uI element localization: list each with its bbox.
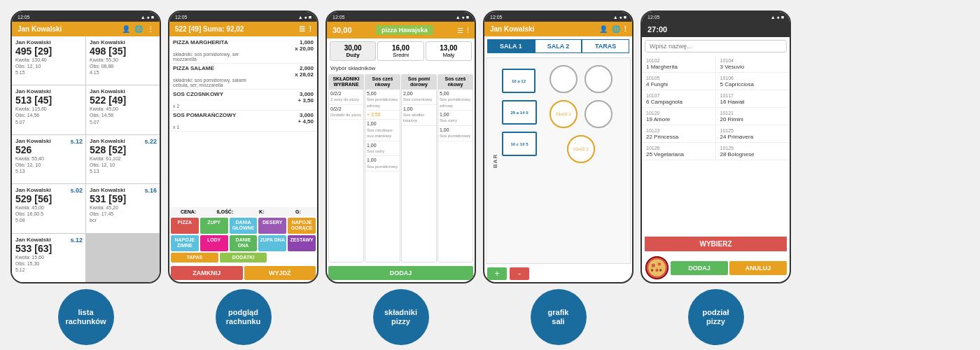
sala-tabs: SALA 1 SALA 2 TARAS xyxy=(484,36,632,56)
pizza-num: 10129 xyxy=(720,146,734,150)
skl-item[interactable]: 1,00Sos pomidorowy xyxy=(365,156,400,172)
menu-icon[interactable]: ⋮ xyxy=(147,25,154,33)
size-duzy[interactable]: 30,00 Duży xyxy=(330,41,376,61)
pizza-num: 10126 xyxy=(646,146,659,150)
skl-item[interactable]: 1,00Sos ostry xyxy=(438,111,472,126)
screen4-label: grafiksali xyxy=(531,289,587,345)
order-item[interactable]: SOS CZOSNKOWY 3,000+ 3,50 x 2 xyxy=(171,90,316,111)
skl-col-sos1: Sos cześ nkowy 5,00Sos pomidorowy zdrowy… xyxy=(365,74,400,262)
list2-icon[interactable]: ☰ xyxy=(457,27,463,34)
cat-dodatki[interactable]: DODATKI xyxy=(220,253,267,262)
cat-zestawy[interactable]: ZESTAWY xyxy=(288,235,316,251)
skl-item[interactable]: 5,00Sos pomidorowy zdrowy xyxy=(438,90,472,111)
globe-icon[interactable]: 🌐 xyxy=(134,25,143,33)
bill-card[interactable]: Jan Kowalski 531 [59] s.16 Kwota: 45,20O… xyxy=(86,184,160,232)
bill-card[interactable]: Jan Kowalski 513 [45] Kwota: 115,60Obs: … xyxy=(12,85,85,134)
tab-taras[interactable]: TARAS xyxy=(582,39,629,53)
table-circle-1[interactable] xyxy=(550,65,578,93)
tab-sala1[interactable]: SALA 1 xyxy=(487,39,535,53)
skl-item[interactable]: 1,00Sos pomidorowy xyxy=(438,126,472,141)
bill-card[interactable]: Jan Kowalski 526 s.12 Kwota: 55,40Obs: 1… xyxy=(12,135,85,183)
cat-zupy[interactable]: ZUPY xyxy=(200,218,228,234)
size-maly[interactable]: 13,00 Mały xyxy=(426,41,472,61)
pizza-list-cell[interactable]: 1012322 Princessa xyxy=(642,125,716,142)
user-icon[interactable]: 👤 xyxy=(122,25,130,33)
pizza-list-row: 1012625 Vegetariana 1012928 Bolognese xyxy=(642,143,790,160)
dodaj-button[interactable]: DODAJ xyxy=(328,266,473,280)
skl-item[interactable]: 1,00Sos ostry xyxy=(365,141,400,157)
globe2-icon[interactable]: 🌐 xyxy=(612,25,620,33)
excl-icon[interactable]: ! xyxy=(309,25,312,33)
skl-col-header: Sos pomi dorowy xyxy=(402,75,436,90)
table-circle-3[interactable]: 01o02 2 xyxy=(550,100,578,128)
pizza-icon xyxy=(645,255,669,280)
dodaj-button[interactable]: DODAJ xyxy=(671,261,728,275)
table-rect-1[interactable]: 10 a 12 xyxy=(502,69,536,93)
bill-card[interactable]: Jan Kowalski 522 [49] Kwota: 45,00Obs: 1… xyxy=(86,85,160,134)
table-circle-5[interactable]: 01o02 2 xyxy=(567,135,595,163)
cat-napoje-gorace[interactable]: NAPOJE GORĄCE xyxy=(288,218,316,234)
cat-tapas[interactable]: TAPAS xyxy=(171,253,218,262)
bill-card[interactable]: Jan Kowalski 495 [29] Kwota: 130,40Obs: … xyxy=(12,36,85,85)
bill-card[interactable]: Jan Kowalski 528 [52] s.22 Kwota: 61,102… xyxy=(86,135,160,183)
cat-napoje-zimne[interactable]: NAPOJE ZIMNE xyxy=(171,235,199,251)
size-sredni[interactable]: 16,00 Średni xyxy=(377,41,424,61)
bill-card[interactable]: Jan Kowalski 533 [63] s.12 Kwota: 15,60O… xyxy=(12,234,85,282)
bill-card[interactable]: Jan Kowalski 498 [35] Kwota: 55,30Obs: 0… xyxy=(86,36,160,85)
skl-item[interactable]: 0/2/22 sosy do pizzy xyxy=(329,90,363,105)
bill-card[interactable]: Jan Kowalski 529 [56] s.02 Kwota: 45,00O… xyxy=(12,184,85,232)
list-icon[interactable]: ☰ xyxy=(299,25,305,33)
cat-pizza[interactable]: PIZZA xyxy=(171,218,199,234)
excl2-icon[interactable]: ! xyxy=(467,27,469,34)
size-duzy-value: 30,00 xyxy=(332,44,374,52)
order-item[interactable]: PIZZA MARGHERITA 1,000x 20,00 składniki:… xyxy=(171,38,316,64)
sala-floor: BAR 10 a 12 25 a 14 0 10 c 10 5 01o02 2 xyxy=(486,57,631,264)
excl3-icon[interactable]: ! xyxy=(624,25,626,33)
search-input[interactable] xyxy=(645,40,787,52)
bill-number: 526 xyxy=(15,144,82,155)
pizza-list-cell[interactable]: 101054 Funghi xyxy=(642,73,716,90)
anuluj-button[interactable]: ANULUJ xyxy=(729,261,787,275)
table-circle-2[interactable] xyxy=(584,65,612,93)
skl-item[interactable]: 0/2/2Dodatki do pizzy xyxy=(329,105,363,120)
pizza-list-cell[interactable]: 1012019 Amore xyxy=(642,108,716,125)
pizza-list-cell[interactable]: 101021 Margherita xyxy=(642,55,716,72)
table-circle-4[interactable] xyxy=(584,100,612,128)
pizza-list-cell[interactable]: 101065 Capricciosa xyxy=(716,73,790,90)
screen5-header: 27:00 xyxy=(642,22,790,37)
zamknij-button[interactable]: ZAMKNIJ xyxy=(171,266,243,280)
pizza-num: 10125 xyxy=(720,128,734,133)
table-rect-2[interactable]: 25 a 14 0 xyxy=(502,100,537,125)
cat-zupa-dna[interactable]: ZUPA DNA xyxy=(258,235,286,251)
cat-lody[interactable]: LODY xyxy=(200,235,228,251)
pizza-list-cell[interactable]: 101043 Vesuvio xyxy=(716,55,790,72)
bill-number: 533 [63] xyxy=(15,243,82,254)
wyjdz-button[interactable]: WYJDŹ xyxy=(244,266,316,280)
order-item[interactable]: SOS POMARAŃCZOWY 3,000+ 4,50 x 1 xyxy=(171,111,316,132)
pizza-list-cell[interactable]: 1012524 Primavera xyxy=(716,125,790,142)
user2-icon[interactable]: 👤 xyxy=(599,25,608,33)
pizza-list-cell[interactable]: 1012928 Bolognese xyxy=(716,143,790,160)
skl-item[interactable]: 1,00Sos miodowo-nus ztardowy xyxy=(365,120,400,141)
pizza-list-cell[interactable]: 1012625 Vegetariana xyxy=(642,143,716,160)
tab-sala2[interactable]: SALA 2 xyxy=(535,39,582,53)
wybierz-button[interactable]: WYBIERZ xyxy=(645,237,787,251)
skl-item[interactable]: + 3,50 xyxy=(365,111,400,120)
minus-button[interactable]: - xyxy=(510,267,529,280)
skl-item[interactable]: 5,00Sos pomidorowy zdrowy xyxy=(365,90,400,111)
pizza-list-cell[interactable]: 1012120 Rimini xyxy=(716,108,790,125)
pizza-name-badge: pizza Hawajska xyxy=(376,25,433,35)
order-item[interactable]: PIZZA SALAME 2,000x 28,02 składniki: sos… xyxy=(171,64,316,90)
cat-danie-dna[interactable]: DANIE DNA xyxy=(230,235,258,251)
cat-desery[interactable]: DESERY xyxy=(258,218,286,234)
table-rect-3[interactable]: 10 c 10 5 xyxy=(502,132,537,156)
screen4-header: Jan Kowalski 👤 🌐 ! xyxy=(484,22,632,36)
cat-dania[interactable]: DANIA GŁÓWNE xyxy=(230,218,258,234)
screen3-icons: ▲ ● ■ xyxy=(456,15,469,20)
bill-badge: s.16 xyxy=(144,187,157,194)
plus-button[interactable]: + xyxy=(487,267,507,280)
skl-item[interactable]: 1,00Sos słodko-kwaśny xyxy=(402,105,436,126)
skl-item[interactable]: 2,00Sos czosnkowy xyxy=(402,90,436,105)
pizza-list-cell[interactable]: 1011716 Hawaii xyxy=(716,90,790,107)
pizza-list-cell[interactable]: 101076 Campagnola xyxy=(642,90,716,107)
